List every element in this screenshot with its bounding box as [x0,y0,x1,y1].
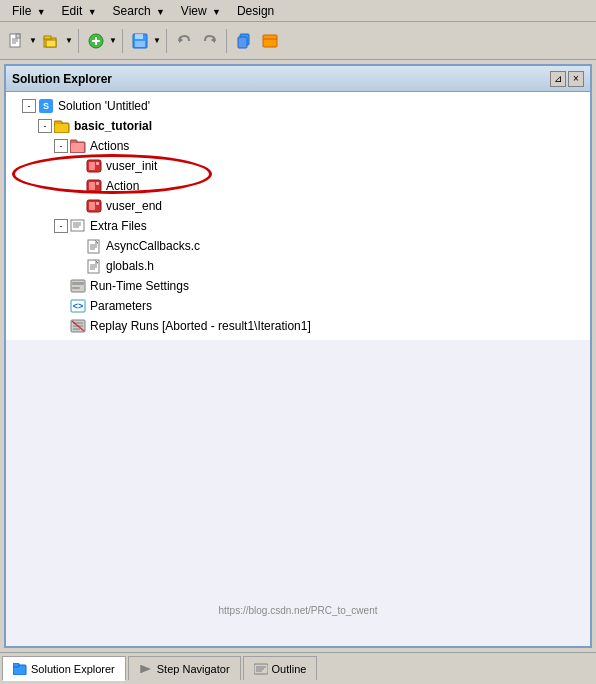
menu-search-arrow: ▼ [156,7,165,17]
tree-item-parameters[interactable]: <> Parameters [6,296,590,316]
runtime-settings-icon [70,278,86,294]
panel-header: Solution Explorer ⊿ × [6,66,590,92]
outline-tab-icon [254,662,268,676]
vuser-end-icon [86,198,102,214]
new-dropdown-arrow[interactable]: ▼ [28,29,38,53]
expand-basic-tutorial[interactable]: - [38,119,52,133]
pin-button[interactable]: ⊿ [550,71,566,87]
replay-runs-icon [70,318,86,334]
svg-rect-22 [55,124,68,132]
save-dropdown-arrow[interactable]: ▼ [152,29,162,53]
svg-rect-18 [263,35,277,47]
extra-button[interactable] [258,29,282,53]
open-dropdown-arrow[interactable]: ▼ [64,29,74,53]
expand-solution[interactable]: - [22,99,36,113]
new-button[interactable] [4,29,28,53]
undo-button[interactable] [172,29,196,53]
save-icon [132,33,148,49]
svg-rect-30 [89,182,95,190]
solution-icon: S [38,98,54,114]
tree-item-actions[interactable]: - Actions [6,136,590,156]
tree-item-action[interactable]: Action [6,176,590,196]
svg-rect-47 [71,280,85,292]
menu-bar: File ▼ Edit ▼ Search ▼ View ▼ Design [0,0,596,22]
copy-button[interactable] [232,29,256,53]
open-btn-group: ▼ [40,29,74,53]
svg-rect-31 [96,182,99,185]
add-icon [88,33,104,49]
close-button[interactable]: × [568,71,584,87]
svg-rect-12 [135,34,143,39]
tree-item-async-callbacks[interactable]: AsyncCallbacks.c [6,236,590,256]
open-icon [43,33,61,49]
menu-search[interactable]: Search ▼ [105,2,173,20]
open-button[interactable] [40,29,64,53]
tree-item-globals-h[interactable]: globals.h [6,256,590,276]
redo-button[interactable] [198,29,222,53]
menu-edit-arrow: ▼ [88,7,97,17]
bottom-tab-bar: Solution Explorer Step Navigator Outline [0,652,596,680]
panel-controls: ⊿ × [550,71,584,87]
watermark: https://blog.csdn.net/PRC_to_cwent [6,605,590,616]
globals-h-label: globals.h [106,259,154,273]
step-navigator-tab-icon [139,662,153,676]
menu-view[interactable]: View ▼ [173,2,229,20]
tree-item-replay-runs[interactable]: Replay Runs [Aborted - result1\Iteration… [6,316,590,336]
menu-view-arrow: ▼ [212,7,221,17]
add-btn-group: ▼ [84,29,118,53]
action-label: Action [106,179,139,193]
svg-rect-1 [16,34,20,38]
vuser-init-label: vuser_init [106,159,157,173]
separator-1 [78,29,80,53]
solution-explorer-tab-label: Solution Explorer [31,663,115,675]
svg-text:<>: <> [73,301,84,311]
svg-rect-33 [89,202,95,210]
tree-item-extra-files[interactable]: - Extra Files [6,216,590,236]
new-btn-group: ▼ [4,29,38,53]
svg-rect-27 [89,162,95,170]
svg-rect-57 [13,663,19,667]
svg-rect-49 [72,287,80,289]
tree-item-solution[interactable]: - S Solution 'Untitled' [6,96,590,116]
extra-files-label: Extra Files [90,219,147,233]
tab-solution-explorer[interactable]: Solution Explorer [2,656,126,681]
redo-icon [202,33,218,49]
svg-marker-58 [141,665,151,673]
tree-item-vuser-end[interactable]: vuser_end [6,196,590,216]
action-icon [86,178,102,194]
add-dropdown-arrow[interactable]: ▼ [108,29,118,53]
vuser-end-label: vuser_end [106,199,162,213]
svg-rect-6 [44,36,51,39]
separator-2 [122,29,124,53]
svg-rect-17 [238,37,247,48]
new-icon [8,33,24,49]
tab-outline[interactable]: Outline [243,656,318,680]
panel-title: Solution Explorer [12,72,112,86]
extra-icon [262,33,278,49]
globals-h-icon [86,258,102,274]
menu-design[interactable]: Design [229,2,282,20]
save-btn-group: ▼ [128,29,162,53]
tree-item-vuser-init[interactable]: vuser_init [6,156,590,176]
menu-edit[interactable]: Edit ▼ [54,2,105,20]
svg-rect-25 [71,143,84,152]
expand-extra-files[interactable]: - [54,219,68,233]
separator-3 [166,29,168,53]
tree-item-runtime-settings[interactable]: Run-Time Settings [6,276,590,296]
solution-label: Solution 'Untitled' [58,99,150,113]
save-button[interactable] [128,29,152,53]
add-button[interactable] [84,29,108,53]
svg-rect-28 [96,162,99,165]
async-callbacks-icon [86,238,102,254]
basic-tutorial-icon [54,118,70,134]
tab-step-navigator[interactable]: Step Navigator [128,656,241,680]
step-navigator-tab-label: Step Navigator [157,663,230,675]
toolbar: ▼ ▼ ▼ [0,22,596,60]
menu-file[interactable]: File ▼ [4,2,54,20]
outline-tab-label: Outline [272,663,307,675]
tree-item-basic-tutorial[interactable]: - basic_tutorial [6,116,590,136]
async-callbacks-label: AsyncCallbacks.c [106,239,200,253]
basic-tutorial-label: basic_tutorial [74,119,152,133]
actions-label: Actions [90,139,129,153]
expand-actions[interactable]: - [54,139,68,153]
